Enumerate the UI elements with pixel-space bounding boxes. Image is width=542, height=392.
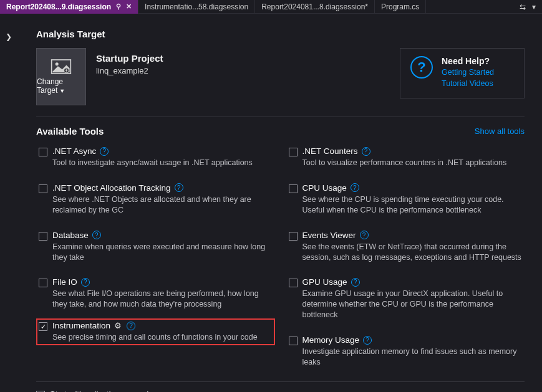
collection-paused-label: Start with collection paused: [50, 390, 148, 392]
tool-name: Events Viewer: [302, 231, 356, 240]
tool-name: GPU Usage: [302, 277, 347, 287]
checkbox-net-counters[interactable]: [289, 148, 298, 156]
tool-name: Instrumentation: [52, 321, 110, 330]
target-image-icon: [51, 59, 72, 75]
left-gutter: ❯: [0, 14, 17, 392]
tab-report-active[interactable]: Report202408...9.diagsession ⚲ ✕: [0, 0, 138, 14]
svg-point-1: [56, 62, 59, 65]
checkbox-memory-usage[interactable]: [289, 337, 298, 345]
expand-icon[interactable]: ❯: [0, 32, 17, 41]
tutorial-videos-link[interactable]: Tutorial Videos: [442, 79, 494, 90]
info-icon[interactable]: ?: [100, 147, 109, 156]
tab-program-cs[interactable]: Program.cs: [375, 0, 426, 14]
tool-object-allocation: .NET Object Allocation Tracking ? See wh…: [36, 181, 275, 218]
divider: [36, 117, 525, 117]
tool-desc: See what File I/O operations are being p…: [52, 289, 273, 310]
tool-desc: Examine GPU usage in your DirectX applic…: [302, 289, 523, 320]
tool-name: CPU Usage: [302, 183, 347, 193]
checkbox-cpu-usage[interactable]: [289, 184, 298, 193]
tool-name: File IO: [52, 277, 77, 287]
info-icon[interactable]: ?: [351, 183, 359, 192]
tab-label: Instrumentatio...58.diagsession: [145, 2, 248, 11]
tool-name: Memory Usage: [302, 335, 360, 345]
gear-icon[interactable]: ⚙: [114, 322, 123, 330]
tab-bar: Report202408...9.diagsession ⚲ ✕ Instrum…: [0, 0, 542, 14]
tab-report-2[interactable]: Report2024081...8.diagsession*: [255, 0, 375, 14]
tool-net-counters: .NET Counters ? Tool to visualize perfor…: [286, 144, 525, 171]
tab-label: Report2024081...8.diagsession*: [261, 2, 368, 11]
info-icon[interactable]: ?: [351, 278, 360, 287]
checkbox-object-allocation[interactable]: [39, 184, 47, 193]
info-icon[interactable]: ?: [92, 231, 101, 239]
checkbox-database[interactable]: [39, 232, 47, 241]
change-target-button[interactable]: Change Target▼: [36, 48, 86, 105]
tool-gpu-usage: GPU Usage ? Examine GPU usage in your Di…: [286, 275, 525, 323]
tab-label: Report202408...9.diagsession: [6, 2, 111, 11]
info-icon[interactable]: ?: [360, 231, 369, 239]
tool-desc: See the events (ETW or NetTrace) that oc…: [302, 242, 523, 263]
tool-desc: See where .NET Objects are allocated and…: [52, 194, 273, 216]
info-icon[interactable]: ?: [362, 147, 370, 156]
getting-started-link[interactable]: Getting Started: [442, 67, 494, 79]
tool-desc: Tool to investigate async/await usage in…: [52, 158, 273, 168]
available-tools-heading: Available Tools: [36, 126, 104, 136]
tool-events-viewer: Events Viewer ? See the events (ETW or N…: [286, 228, 525, 265]
tab-menu-icon[interactable]: ⇆: [520, 2, 526, 11]
tool-desc: Investigate application memory to find i…: [302, 347, 523, 368]
chevron-down-icon: ▼: [59, 88, 65, 94]
help-icon: ?: [410, 56, 433, 79]
tool-instrumentation: Instrumentation ⚙ ? See precise timing a…: [36, 318, 275, 345]
analysis-target-heading: Analysis Target: [36, 29, 525, 39]
info-icon[interactable]: ?: [363, 336, 372, 345]
close-icon[interactable]: ✕: [126, 2, 132, 11]
checkbox-gpu-usage[interactable]: [289, 279, 298, 287]
tool-name: .NET Async: [52, 146, 96, 156]
pin-icon[interactable]: ⚲: [116, 2, 121, 11]
tool-desc: Examine when queries were executed and m…: [52, 242, 273, 263]
tool-database: Database ? Examine when queries were exe…: [36, 228, 275, 265]
divider: [36, 381, 525, 382]
collection-paused-row: Start with collection paused: [36, 390, 525, 392]
help-title: Need Help?: [442, 56, 494, 66]
info-icon[interactable]: ?: [175, 183, 183, 192]
checkbox-net-async[interactable]: [39, 148, 47, 156]
tool-desc: See precise timing and call counts of fu…: [52, 332, 273, 343]
tab-label: Program.cs: [381, 2, 419, 11]
tab-overflow-controls: ⇆ ▾: [520, 2, 542, 11]
info-icon[interactable]: ?: [81, 278, 90, 287]
tab-dropdown-icon[interactable]: ▾: [532, 2, 536, 11]
tool-file-io: File IO ? See what File I/O operations a…: [36, 275, 275, 312]
tool-cpu-usage: CPU Usage ? See where the CPU is spendin…: [286, 181, 525, 218]
tab-instrumentation[interactable]: Instrumentatio...58.diagsession: [138, 0, 255, 14]
tool-memory-usage: Memory Usage ? Investigate application m…: [286, 333, 525, 370]
tool-name: Database: [52, 231, 89, 240]
tool-net-async: .NET Async ? Tool to investigate async/a…: [36, 144, 275, 171]
tool-desc: See where the CPU is spending time execu…: [302, 194, 523, 216]
info-icon[interactable]: ?: [127, 322, 135, 330]
checkbox-events-viewer[interactable]: [289, 232, 298, 241]
tool-name: .NET Object Allocation Tracking: [52, 183, 171, 193]
target-info: Startup Project linq_example2: [96, 48, 163, 75]
checkbox-instrumentation[interactable]: [39, 322, 47, 331]
help-card: ? Need Help? Getting Started Tutorial Vi…: [400, 48, 525, 98]
show-all-tools-link[interactable]: Show all tools: [475, 127, 525, 136]
startup-project-label: Startup Project: [96, 53, 163, 64]
tools-grid: .NET Async ? Tool to investigate async/a…: [36, 144, 525, 370]
project-name: linq_example2: [96, 66, 163, 75]
tool-name: .NET Counters: [302, 146, 358, 156]
tool-desc: Tool to visualize performance counters i…: [302, 158, 523, 168]
checkbox-file-io[interactable]: [39, 279, 47, 287]
